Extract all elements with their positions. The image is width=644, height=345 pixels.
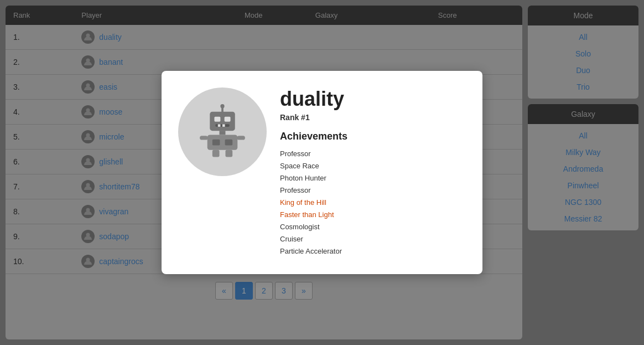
player-modal: duality Rank #1 Achievements ProfessorSp… [162, 71, 482, 275]
robot-icon [195, 104, 250, 159]
svg-rect-21 [225, 139, 233, 145]
achievement-item: Professor [280, 184, 466, 197]
svg-rect-10 [210, 111, 235, 131]
achievement-item: Space Race [280, 160, 466, 172]
svg-rect-24 [212, 150, 220, 157]
svg-rect-23 [237, 136, 245, 140]
svg-rect-20 [212, 139, 220, 145]
achievement-item: Faster than Light [280, 209, 466, 221]
svg-rect-15 [222, 124, 225, 127]
svg-rect-25 [225, 150, 232, 157]
modal-content: duality Rank #1 Achievements ProfessorSp… [280, 87, 466, 258]
modal-overlay[interactable]: duality Rank #1 Achievements ProfessorSp… [0, 0, 644, 345]
svg-rect-11 [214, 116, 220, 121]
achievements-list: ProfessorSpace RacePhoton HunterProfesso… [280, 148, 466, 258]
modal-avatar [178, 87, 267, 176]
svg-rect-14 [218, 124, 221, 127]
achievement-item: King of the Hill [280, 197, 466, 209]
modal-rank: Rank #1 [280, 113, 466, 122]
achievement-item: Particle Accelerator [280, 245, 466, 258]
svg-point-17 [220, 104, 224, 108]
svg-rect-12 [225, 116, 231, 121]
achievement-item: Professor [280, 148, 466, 160]
modal-username: duality [280, 87, 466, 111]
achievement-item: Cosmologist [280, 221, 466, 233]
svg-rect-19 [207, 135, 238, 150]
achievement-item: Cruiser [280, 233, 466, 245]
svg-rect-22 [200, 136, 208, 140]
svg-rect-18 [220, 131, 226, 135]
modal-achievements-title: Achievements [280, 131, 466, 142]
achievement-item: Photon Hunter [280, 172, 466, 184]
